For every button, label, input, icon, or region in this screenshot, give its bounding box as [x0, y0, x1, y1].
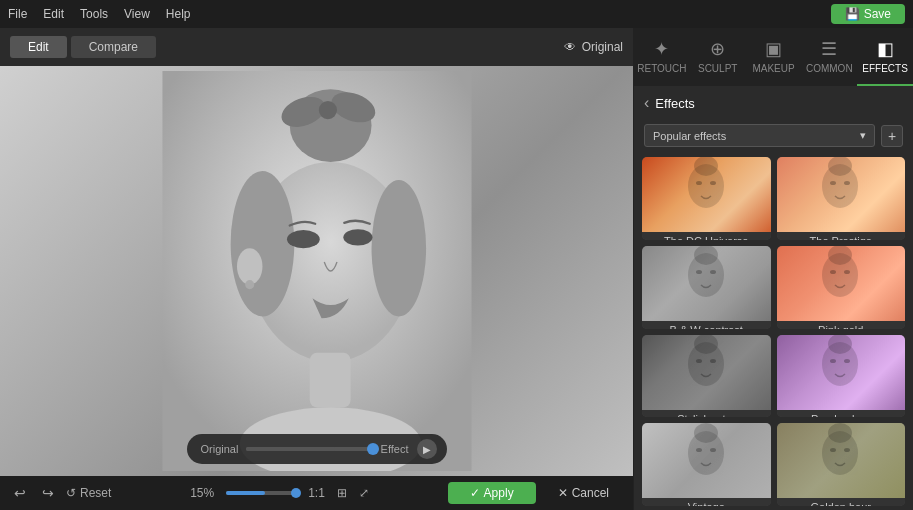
sculpt-icon: ⊕: [710, 38, 725, 60]
effect-thumb-extra1: [642, 423, 771, 498]
svg-point-7: [371, 180, 426, 316]
effects-panel: ‹ Effects Popular effects ▾ + The DC Uni…: [634, 86, 913, 510]
svg-point-9: [343, 229, 372, 245]
editor-area: Edit Compare 👁 Original: [0, 28, 633, 510]
svg-point-16: [696, 181, 702, 185]
effects-icon: ◧: [877, 38, 894, 60]
svg-point-32: [696, 359, 702, 363]
svg-point-36: [830, 359, 836, 363]
zoom-ratio: 1:1: [308, 486, 325, 500]
effect-thumb-purple-glare: [777, 335, 906, 410]
effects-header: ‹ Effects: [634, 86, 913, 120]
svg-point-15: [694, 157, 718, 176]
cancel-button[interactable]: ✕ Cancel: [544, 482, 623, 504]
slider-track[interactable]: [246, 447, 372, 451]
face-overlay-purple-glare: [777, 335, 906, 394]
edit-bar-left: Edit Compare: [10, 36, 156, 58]
effect-thumb-prestige: [777, 157, 906, 232]
main-layout: Edit Compare 👁 Original: [0, 28, 913, 510]
face-overlay-bw-contrast: [642, 246, 771, 305]
common-icon: ☰: [821, 38, 837, 60]
svg-point-20: [830, 181, 836, 185]
slider-fill: [246, 447, 334, 451]
effect-card-prestige[interactable]: The Prestige: [777, 157, 906, 240]
effect-card-extra1[interactable]: Vintage: [642, 423, 771, 506]
back-arrow-icon[interactable]: ‹: [644, 94, 649, 112]
chevron-down-icon: ▾: [860, 129, 866, 142]
undo-button[interactable]: ↩: [10, 483, 30, 503]
svg-point-6: [230, 171, 294, 316]
portrait-image: [147, 71, 487, 471]
face-overlay-prestige: [777, 157, 906, 216]
svg-point-24: [696, 270, 702, 274]
edit-tab[interactable]: Edit: [10, 36, 67, 58]
svg-point-27: [828, 246, 852, 265]
tab-sculpt[interactable]: ⊕ SCULPT: [690, 28, 746, 86]
menu-file[interactable]: File: [8, 7, 27, 21]
face-overlay-pink-gold: [777, 246, 906, 305]
redo-button[interactable]: ↪: [38, 483, 58, 503]
svg-point-4: [318, 101, 336, 119]
menu-edit[interactable]: Edit: [43, 7, 64, 21]
effects-title: Effects: [655, 96, 695, 111]
fullscreen-icon[interactable]: ⤢: [359, 486, 369, 500]
effects-add-button[interactable]: +: [881, 125, 903, 147]
effect-label-prestige: The Prestige: [777, 232, 906, 240]
canvas-slider[interactable]: Original Effect ▶: [187, 434, 447, 464]
effects-dropdown[interactable]: Popular effects ▾: [644, 124, 875, 147]
panel-tabs: ✦ RETOUCH ⊕ SCULPT ▣ MAKEUP ☰ COMMON ◧ E…: [634, 28, 913, 86]
svg-rect-10: [309, 353, 350, 408]
svg-point-21: [844, 181, 850, 185]
dropdown-label: Popular effects: [653, 130, 726, 142]
tab-effects[interactable]: ◧ EFFECTS: [857, 28, 913, 86]
save-button[interactable]: 💾 Save: [831, 4, 905, 24]
face-overlay-stylish-retro: [642, 335, 771, 394]
effect-thumb-stylish-retro: [642, 335, 771, 410]
effect-label-pink-gold: Pink gold: [777, 321, 906, 329]
effects-dropdown-row: Popular effects ▾ +: [634, 120, 913, 153]
svg-point-33: [710, 359, 716, 363]
menu-bar: File Edit Tools View Help 💾 Save: [0, 0, 913, 28]
effect-card-stylish-retro[interactable]: Stylish retro: [642, 335, 771, 418]
zoom-dot[interactable]: [291, 488, 301, 498]
slider-effect-label: Effect: [381, 443, 409, 455]
makeup-icon: ▣: [765, 38, 782, 60]
svg-point-39: [694, 423, 718, 442]
svg-point-19: [828, 157, 852, 176]
tab-retouch[interactable]: ✦ RETOUCH: [634, 28, 690, 86]
effect-label-extra2: Golden hour: [777, 498, 906, 506]
effects-grid: The DC Universe The Prestige B & W contr…: [634, 153, 913, 510]
tab-common[interactable]: ☰ COMMON: [801, 28, 857, 86]
effect-thumb-pink-gold: [777, 246, 906, 321]
svg-point-25: [710, 270, 716, 274]
tab-makeup[interactable]: ▣ MAKEUP: [746, 28, 802, 86]
face-overlay-extra1: [642, 423, 771, 482]
reset-button[interactable]: ↺ Reset: [66, 486, 111, 500]
slider-original-label: Original: [201, 443, 239, 455]
compare-tab[interactable]: Compare: [71, 36, 156, 58]
menu-view[interactable]: View: [124, 7, 150, 21]
effect-thumb-extra2: [777, 423, 906, 498]
effect-label-stylish-retro: Stylish retro: [642, 410, 771, 418]
face-overlay-extra2: [777, 423, 906, 482]
menu-tools[interactable]: Tools: [80, 7, 108, 21]
canvas-area[interactable]: Original Effect ▶: [0, 66, 633, 476]
effect-card-extra2[interactable]: Golden hour: [777, 423, 906, 506]
zoom-slider[interactable]: [226, 491, 296, 495]
original-label-container: 👁 Original: [564, 40, 623, 54]
menu-help[interactable]: Help: [166, 7, 191, 21]
fit-icon[interactable]: ⊞: [337, 486, 347, 500]
effect-card-bw-contrast[interactable]: B & W contrast: [642, 246, 771, 329]
svg-point-12: [237, 248, 262, 284]
save-icon: 💾: [845, 7, 860, 21]
svg-point-13: [245, 280, 254, 289]
bottom-bar: ↩ ↪ ↺ Reset 15% 1:1 ⊞ ⤢ ✓: [0, 476, 633, 510]
effect-card-dc-universe[interactable]: The DC Universe: [642, 157, 771, 240]
slider-dot[interactable]: [367, 443, 379, 455]
effect-thumb-bw-contrast: [642, 246, 771, 321]
edit-bar: Edit Compare 👁 Original: [0, 28, 633, 66]
slider-right-arrow[interactable]: ▶: [417, 439, 437, 459]
effect-card-purple-glare[interactable]: Purple glare: [777, 335, 906, 418]
effect-card-pink-gold[interactable]: Pink gold: [777, 246, 906, 329]
apply-button[interactable]: ✓ Apply: [448, 482, 536, 504]
